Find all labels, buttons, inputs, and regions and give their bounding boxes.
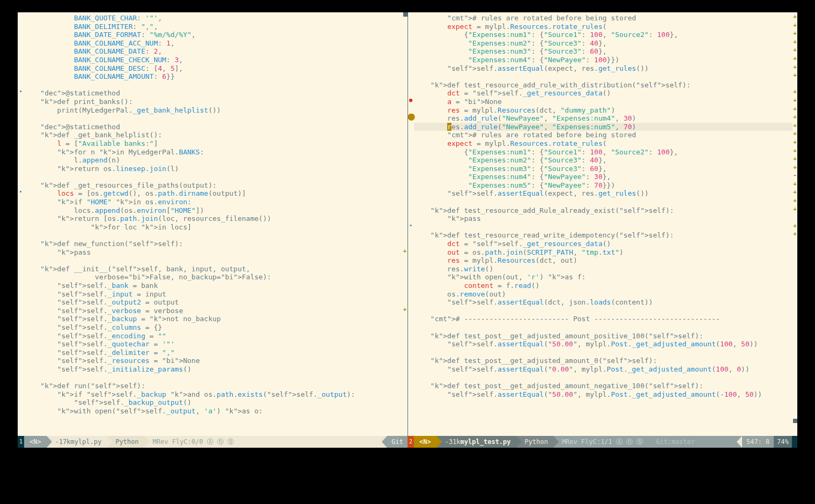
major-mode: Python: [107, 436, 144, 448]
modeline-left[interactable]: 1 <N> - 17k mylpl.py Python MRev FlyC:0/…: [18, 436, 408, 448]
right-fringe: ●●•: [408, 12, 414, 436]
evil-state: <N>: [414, 436, 436, 448]
left-fringe: ••: [18, 12, 24, 436]
modelines: 1 <N> - 17k mylpl.py Python MRev FlyC:0/…: [18, 436, 797, 448]
left-pane[interactable]: •• BANK_QUOTE_CHAR: '"', BANK_DELIMITER:…: [18, 12, 408, 436]
scroll-percent: 74%: [774, 436, 792, 448]
minor-modes: MRev FlyC:0/0 Ⓐ ⓗ Ⓢ: [144, 436, 240, 448]
scrollbar-right[interactable]: [793, 419, 797, 423]
file-size: 17k: [59, 438, 71, 446]
scroll-minimap: [792, 436, 797, 448]
modeline-right[interactable]: 2 <N> - 31k mylpl_test.py Python MRev Fl…: [408, 436, 797, 448]
buffer-info: - 17k mylpl.py: [47, 436, 107, 448]
right-code[interactable]: "cmt"># rules are rotated before being s…: [414, 12, 798, 436]
buffer-info: - 31k mylpl_test.py: [436, 436, 516, 448]
major-mode: Python: [516, 436, 553, 448]
right-rfringe: ++++++++++++++++++-++++++: [792, 12, 797, 436]
file-name: mylpl.py: [71, 438, 102, 446]
split-panes: •• BANK_QUOTE_CHAR: '"', BANK_DELIMITER:…: [18, 12, 797, 436]
left-code[interactable]: BANK_QUOTE_CHAR: '"', BANK_DELIMITER: ",…: [24, 12, 408, 436]
right-pane[interactable]: ●●• "cmt"># rules are rotated before bei…: [408, 12, 798, 436]
evil-state: <N>: [24, 436, 47, 448]
scrollbar-left[interactable]: [403, 12, 408, 17]
git-indicator: Git: [387, 436, 408, 448]
cursor-position: 547: 8: [742, 436, 774, 448]
file-size: 31k: [449, 438, 461, 446]
editor-frame: •• BANK_QUOTE_CHAR: '"', BANK_DELIMITER:…: [18, 12, 797, 448]
git-indicator: Git:master: [648, 438, 694, 446]
win-number: 2: [408, 436, 414, 448]
file-name: mylpl_test.py: [461, 438, 511, 446]
win-number: 1: [18, 436, 24, 448]
minor-modes: MRev FlyC:1/1 Ⓐ ⓗ Ⓢ: [553, 436, 649, 448]
left-rfringe: ++: [403, 12, 408, 436]
